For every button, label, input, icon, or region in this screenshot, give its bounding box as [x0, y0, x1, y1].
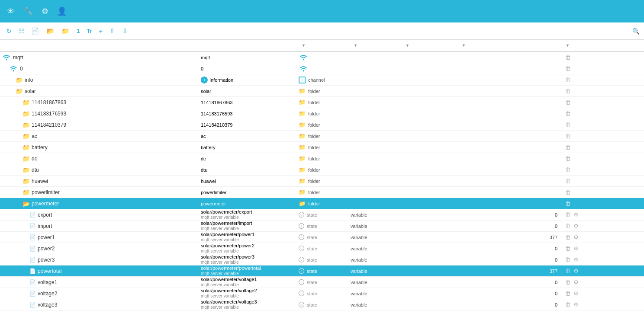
- cell-name: dtu: [199, 167, 299, 173]
- delete-icon[interactable]: 🗑: [565, 65, 571, 72]
- upload-icon[interactable]: ⇧: [108, 26, 117, 36]
- gear-action-icon[interactable]: ⚙: [573, 223, 579, 229]
- gear-action-icon[interactable]: ⚙: [573, 279, 579, 285]
- cell-id: 📁battery: [0, 144, 199, 151]
- person-icon[interactable]: 👤: [57, 6, 67, 16]
- tree-row[interactable]: 📁battery battery 📁 folder 🗑: [0, 142, 644, 153]
- tree-row[interactable]: 📁dtu dtu 📁 folder 🗑: [0, 164, 644, 176]
- delete-icon[interactable]: 🗑: [565, 290, 571, 297]
- delete-icon[interactable]: 🗑: [565, 268, 571, 274]
- folder-open-icon[interactable]: 📂: [45, 26, 56, 36]
- svg-point-2: [13, 70, 14, 71]
- refresh-icon[interactable]: ↻: [4, 26, 13, 36]
- einstellung-filter-arrow[interactable]: ▼: [566, 43, 570, 48]
- delete-icon[interactable]: 🗑: [565, 200, 571, 207]
- delete-icon[interactable]: 🗑: [565, 178, 571, 184]
- gear-action-icon[interactable]: ⚙: [573, 268, 579, 274]
- cell-id: 📄voltage1: [0, 279, 199, 285]
- cell-name: solar/powermeter/importmqtt server varia…: [199, 221, 299, 231]
- gear-action-icon[interactable]: ⚙: [573, 211, 579, 218]
- cell-actions: 🗑⚙: [563, 245, 644, 252]
- tree-row[interactable]: 📄import solar/powermeter/importmqtt serv…: [0, 221, 644, 232]
- cell-actions: 🗑⚙: [563, 223, 644, 229]
- tree-row[interactable]: 📁114183176593 114183176593 📁 folder 🗑: [0, 108, 644, 119]
- delete-icon[interactable]: 🗑: [565, 234, 571, 240]
- tree-row[interactable]: 📄voltage2 solar/powermeter/voltage2mqtt …: [0, 288, 644, 299]
- cell-id: 📁dc: [0, 155, 199, 162]
- row-id-label: powerlimiter: [32, 189, 60, 195]
- delete-icon[interactable]: 🗑: [565, 155, 571, 162]
- delete-icon[interactable]: 🗑: [565, 99, 571, 106]
- cell-name: solar/powermeter/power1mqtt server varia…: [199, 232, 299, 243]
- tree-row[interactable]: 📁114184210379 114184210379 📁 folder 🗑: [0, 119, 644, 131]
- typ-filter-arrow[interactable]: ▼: [302, 43, 306, 48]
- text-icon[interactable]: Tr: [85, 27, 93, 35]
- gear-action-icon[interactable]: ⚙: [573, 245, 579, 252]
- file-icon[interactable]: 📄: [29, 26, 41, 36]
- tree-row[interactable]: 📄power1 solar/powermeter/power1mqtt serv…: [0, 232, 644, 243]
- raum-filter-arrow[interactable]: ▼: [406, 43, 409, 48]
- number-icon[interactable]: 1: [75, 27, 81, 35]
- col-header-typ[interactable]: ▼: [299, 43, 351, 48]
- gear-action-icon[interactable]: ⚙: [573, 301, 579, 308]
- eye-icon[interactable]: 👁: [7, 7, 15, 16]
- col-header-raum[interactable]: ▼: [402, 43, 459, 48]
- delete-icon[interactable]: 🗑: [565, 166, 571, 173]
- tree-row[interactable]: 📄voltage1 solar/powermeter/voltage1mqtt …: [0, 277, 644, 288]
- tree-row[interactable]: 📁ac ac 📁 folder 🗑: [0, 131, 644, 142]
- gear-action-icon[interactable]: ⚙: [573, 234, 579, 240]
- gear-action-icon[interactable]: ⚙: [573, 256, 579, 263]
- delete-icon[interactable]: 🗑: [565, 223, 571, 229]
- download-icon[interactable]: ⇩: [120, 26, 129, 36]
- tree-row[interactable]: 📄power2 solar/powermeter/power2mqtt serv…: [0, 243, 644, 254]
- tree-row[interactable]: ➔ 📄powertotal solar/powermeter/powertota…: [0, 265, 644, 277]
- delete-icon[interactable]: 🗑: [565, 245, 571, 252]
- delete-icon[interactable]: 🗑: [565, 110, 571, 117]
- delete-icon[interactable]: 🗑: [565, 189, 571, 195]
- wrench-icon[interactable]: 🔧: [23, 6, 33, 16]
- funktion-filter-arrow[interactable]: ▼: [462, 43, 466, 48]
- gear-icon[interactable]: ⚙: [42, 6, 48, 16]
- delete-icon[interactable]: 🗑: [565, 77, 571, 83]
- plus-icon[interactable]: +: [97, 26, 105, 35]
- delete-icon[interactable]: 🗑: [565, 144, 571, 150]
- delete-icon[interactable]: 🗑: [565, 301, 571, 308]
- tree-row[interactable]: 📁huawei huawei 📁 folder 🗑: [0, 176, 644, 187]
- cell-name: huawei: [199, 179, 299, 184]
- cell-id: 📁114183176593: [0, 110, 199, 117]
- delete-icon[interactable]: 🗑: [565, 133, 571, 139]
- tree-row[interactable]: 📂powermeter powermeter 📁 folder 🗑: [0, 198, 644, 209]
- col-header-rolle[interactable]: ▼: [351, 43, 402, 48]
- delete-icon[interactable]: 🗑: [565, 88, 571, 94]
- delete-icon[interactable]: 🗑: [565, 211, 571, 218]
- delete-icon[interactable]: 🗑: [565, 122, 571, 128]
- row-id-label: voltage3: [38, 302, 57, 308]
- tree-row[interactable]: 📄export solar/powermeter/exportmqtt serv…: [0, 209, 644, 221]
- tree-row[interactable]: 0 0 🗑: [0, 63, 644, 74]
- tree-row[interactable]: 📁solar solar 📁 folder 🗑: [0, 86, 644, 97]
- delete-icon[interactable]: 🗑: [565, 54, 571, 61]
- delete-icon[interactable]: 🗑: [565, 256, 571, 263]
- cell-value: 377: [519, 269, 563, 274]
- tree-row[interactable]: 📄voltage3 solar/powermeter/voltage3mqtt …: [0, 299, 644, 310]
- cell-name: 114183176593: [199, 111, 299, 116]
- tree-row[interactable]: 📁info iInformation T channel 🗑: [0, 74, 644, 86]
- gear-action-icon[interactable]: ⚙: [573, 290, 579, 297]
- row-id-label: 114183176593: [32, 111, 66, 117]
- cell-id: 📄power1: [0, 234, 199, 240]
- tree-row[interactable]: 📁dc dc 📁 folder 🗑: [0, 153, 644, 164]
- col-header-funktion[interactable]: ▼: [459, 43, 519, 48]
- col-header-einstellung[interactable]: ▼: [563, 43, 644, 48]
- tree-row[interactable]: 📄power3 solar/powermeter/power3mqtt serv…: [0, 254, 644, 265]
- tree-row[interactable]: mqtt mqtt 🗑: [0, 52, 644, 63]
- row-id-label: battery: [32, 144, 48, 150]
- folder-icon[interactable]: 📁: [60, 26, 71, 36]
- cell-actions: 🗑: [563, 77, 644, 83]
- grid-icon[interactable]: ☷: [17, 26, 26, 36]
- delete-icon[interactable]: 🗑: [565, 279, 571, 285]
- tree-row[interactable]: 📁powerlimiter powerlimiter 📁 folder 🗑: [0, 187, 644, 198]
- rolle-filter-arrow[interactable]: ▼: [354, 43, 357, 48]
- tree-row[interactable]: 📁114181867863 114181867863 📁 folder 🗑: [0, 97, 644, 108]
- search-icon[interactable]: 🔍: [632, 28, 640, 35]
- cell-id: 📁huawei: [0, 178, 199, 185]
